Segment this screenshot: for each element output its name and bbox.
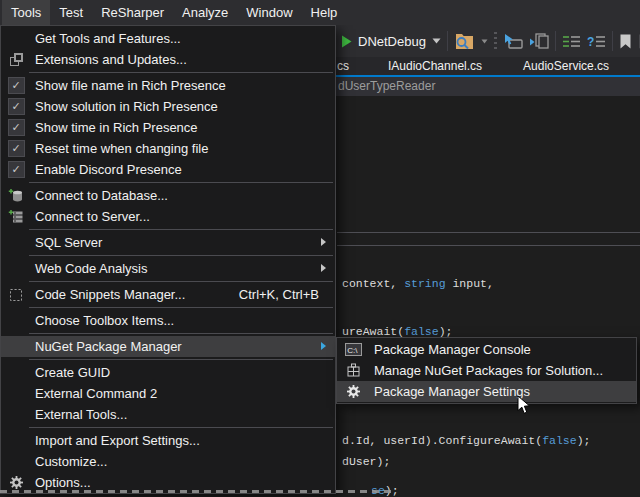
visual-studio-window: dUserTypeReader ToolsTestReSharperAnalyz… <box>0 0 640 497</box>
menu-item-label: Connect to Server... <box>35 209 150 224</box>
console-icon: C:\ <box>345 343 362 356</box>
checkmark-icon: ✓ <box>8 77 25 94</box>
menu-item-label: Web Code Analysis <box>35 261 148 276</box>
menu-item-show-time-in-rich-presence[interactable]: ✓Show time in Rich Presence <box>1 117 335 138</box>
menu-item-gutter <box>1 475 31 490</box>
menu-separator <box>29 229 333 230</box>
menubar-item-tools[interactable]: Tools <box>2 0 50 25</box>
menu-separator <box>29 72 333 73</box>
menu-item-label: Customize... <box>35 454 107 469</box>
menu-item-gutter <box>337 363 369 378</box>
code-keyword-token: string <box>404 277 445 290</box>
server-add-icon <box>8 209 24 224</box>
menubar-item-analyze[interactable]: Analyze <box>173 0 237 25</box>
menubar-item-help[interactable]: Help <box>302 0 347 25</box>
menu-item-label: Enable Discord Presence <box>35 162 182 177</box>
menu-item-manage-nuget-packages-for-solution[interactable]: Manage NuGet Packages for Solution... <box>337 360 636 381</box>
menu-item-gutter: ✓ <box>1 161 31 178</box>
menu-separator <box>29 333 333 334</box>
menubar-item-test[interactable]: Test <box>50 0 92 25</box>
nuget-package-manager-submenu: C:\Package Manager ConsoleManage NuGet P… <box>336 337 637 404</box>
svg-text:C:\: C:\ <box>347 346 358 355</box>
menubar-item-window[interactable]: Window <box>237 0 301 25</box>
menu-item-package-manager-settings[interactable]: Package Manager Settings <box>337 381 636 402</box>
editor-separator-line <box>337 245 640 246</box>
menu-item-label: Code Snippets Manager... <box>35 287 185 302</box>
menu-item-show-file-name-in-rich-presence[interactable]: ✓Show file name in Rich Presence <box>1 75 335 96</box>
menu-item-label: Package Manager Settings <box>374 384 530 399</box>
menu-item-gutter <box>337 384 369 399</box>
menu-item-package-manager-console[interactable]: C:\Package Manager Console <box>337 339 636 360</box>
menu-separator <box>29 359 333 360</box>
code-line: d.Id, userId).ConfigureAwait(false); <box>342 434 590 448</box>
menu-item-gutter: ✓ <box>1 140 31 157</box>
menu-item-label: Connect to Database... <box>35 188 168 203</box>
menu-separator <box>29 427 333 428</box>
gear-icon <box>9 475 24 490</box>
menu-item-gutter <box>1 288 31 302</box>
menu-item-label: Extensions and Updates... <box>35 52 187 67</box>
menu-item-reset-time-when-changing-file[interactable]: ✓Reset time when changing file <box>1 138 335 159</box>
menubar-item-resharper[interactable]: ReSharper <box>92 0 173 25</box>
editor-separator-line <box>337 232 640 233</box>
menu-bar: ToolsTestReSharperAnalyzeWindowHelp <box>0 0 640 25</box>
menu-separator <box>29 182 333 183</box>
menu-item-label: Manage NuGet Packages for Solution... <box>374 363 603 378</box>
code-line: dUser); <box>342 455 390 469</box>
menu-item-label: Get Tools and Features... <box>35 31 181 46</box>
menu-item-gutter <box>1 52 31 67</box>
menu-item-extensions-and-updates[interactable]: Extensions and Updates... <box>1 49 335 70</box>
menu-item-nuget-package-manager[interactable]: NuGet Package Manager <box>1 336 335 357</box>
menu-item-enable-discord-presence[interactable]: ✓Enable Discord Presence <box>1 159 335 180</box>
menu-item-label: Show file name in Rich Presence <box>35 78 226 93</box>
menu-item-label: Reset time when changing file <box>35 141 208 156</box>
checkmark-icon: ✓ <box>8 161 25 178</box>
menu-item-label: Package Manager Console <box>374 342 531 357</box>
code-text-token: ); <box>577 434 591 447</box>
menu-item-external-command-2[interactable]: External Command 2 <box>1 383 335 404</box>
menu-item-label: Options... <box>35 475 91 490</box>
menu-item-sql-server[interactable]: SQL Server <box>1 232 335 253</box>
menu-item-import-and-export-settings[interactable]: Import and Export Settings... <box>1 430 335 451</box>
menu-separator <box>29 255 333 256</box>
menu-item-label: External Command 2 <box>35 386 157 401</box>
gear-light-icon <box>346 384 361 399</box>
menu-item-choose-toolbox-items[interactable]: Choose Toolbox Items... <box>1 310 335 331</box>
menu-item-label: Show time in Rich Presence <box>35 120 198 135</box>
menu-item-create-guid[interactable]: Create GUID <box>1 362 335 383</box>
snippets-icon <box>9 288 23 302</box>
extensions-icon <box>9 52 24 67</box>
code-line: context, string input, <box>342 277 494 291</box>
menu-item-external-tools[interactable]: External Tools... <box>1 404 335 425</box>
menu-item-shortcut: Ctrl+K, Ctrl+B <box>239 287 335 302</box>
menu-item-label: NuGet Package Manager <box>35 339 182 354</box>
menu-item-customize[interactable]: Customize... <box>1 451 335 472</box>
menu-item-connect-to-server[interactable]: Connect to Server... <box>1 206 335 227</box>
menu-item-gutter <box>1 188 31 203</box>
menu-item-gutter: ✓ <box>1 77 31 94</box>
menu-item-gutter: ✓ <box>1 119 31 136</box>
menu-item-label: Create GUID <box>35 365 110 380</box>
code-keyword-token: false <box>542 434 577 447</box>
submenu-arrow-icon <box>321 238 326 246</box>
menu-item-gutter <box>1 209 31 224</box>
menu-item-show-solution-in-rich-presence[interactable]: ✓Show solution in Rich Presence <box>1 96 335 117</box>
database-add-icon <box>8 188 24 203</box>
tools-menu-dropdown: Get Tools and Features...Extensions and … <box>0 25 336 494</box>
menu-item-label: Choose Toolbox Items... <box>35 313 174 328</box>
code-text-token: dUser); <box>342 455 390 468</box>
menu-separator <box>29 281 333 282</box>
menu-item-connect-to-database[interactable]: Connect to Database... <box>1 185 335 206</box>
menu-item-code-snippets-manager[interactable]: Code Snippets Manager...Ctrl+K, Ctrl+B <box>1 284 335 305</box>
clipped-line-artifact <box>0 490 392 493</box>
menu-item-gutter: ✓ <box>1 98 31 115</box>
menu-item-label: Show solution in Rich Presence <box>35 99 218 114</box>
code-text-token: d.Id, userId).ConfigureAwait( <box>342 434 542 447</box>
mouse-cursor <box>517 395 531 419</box>
menu-item-label: Import and Export Settings... <box>35 433 200 448</box>
menu-item-get-tools-and-features[interactable]: Get Tools and Features... <box>1 28 335 49</box>
menu-item-label: External Tools... <box>35 407 127 422</box>
nuget-manage-icon <box>346 363 361 378</box>
checkmark-icon: ✓ <box>8 119 25 136</box>
menu-item-web-code-analysis[interactable]: Web Code Analysis <box>1 258 335 279</box>
